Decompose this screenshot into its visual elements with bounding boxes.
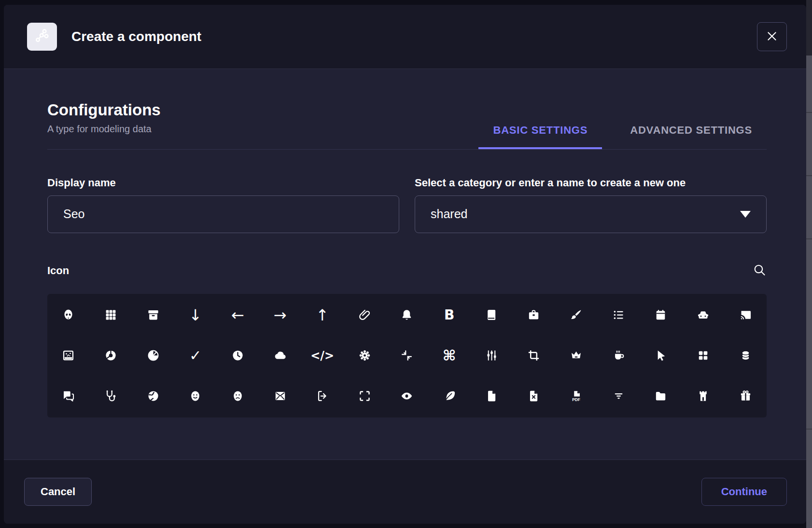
icon-option-emotion-unhappy[interactable] <box>217 376 259 417</box>
icon-option-discuss[interactable] <box>47 376 90 417</box>
icon-option-eye[interactable] <box>386 376 428 417</box>
modal-body: Configurations A type for modeling data … <box>4 69 806 459</box>
icon-option-folder[interactable] <box>640 376 682 417</box>
icon-option-expand[interactable] <box>344 376 386 417</box>
brush-icon <box>570 308 583 321</box>
icon-option-earth[interactable] <box>132 376 174 417</box>
icon-option-filters[interactable] <box>470 335 513 376</box>
icon-option-file-pdf[interactable]: PDF <box>555 376 598 417</box>
tab-advanced-settings[interactable]: ADVANCED SETTINGS <box>616 125 767 149</box>
category-value: shared <box>431 207 740 221</box>
database-icon <box>739 349 752 362</box>
icon-option-emotion-happy[interactable] <box>174 376 217 417</box>
icon-option-brush[interactable] <box>555 295 598 335</box>
chevron-down-icon <box>740 211 751 218</box>
tab-basic-settings[interactable]: BASIC SETTINGS <box>478 125 602 149</box>
icon-option-file-error[interactable] <box>513 376 555 417</box>
icon-option-crown[interactable] <box>555 335 598 376</box>
cup-icon <box>612 349 625 362</box>
icon-option-gate[interactable] <box>682 376 725 417</box>
icon-option-cast[interactable] <box>724 295 767 335</box>
heading-block: Configurations A type for modeling data <box>47 101 161 149</box>
bullet-list-icon <box>612 308 625 321</box>
icon-option-dashboard[interactable] <box>682 335 725 376</box>
icon-option-bell[interactable] <box>386 295 428 335</box>
icon-search-button[interactable] <box>753 263 767 278</box>
svg-text:PDF: PDF <box>572 398 580 403</box>
icon-option-check[interactable]: ✓ <box>174 335 217 376</box>
icon-option-clock[interactable] <box>217 335 259 376</box>
icon-option-arrow-left[interactable]: ← <box>217 295 259 335</box>
form-row: Display name Seo Select a category or en… <box>47 177 767 233</box>
icon-option-exit[interactable] <box>301 376 344 417</box>
icon-option-book[interactable] <box>470 295 513 335</box>
icon-option-cup[interactable] <box>597 335 640 376</box>
icon-picker-header: Icon <box>47 263 767 278</box>
close-icon <box>766 30 778 44</box>
icon-option-car[interactable] <box>682 295 725 335</box>
calendar-icon <box>654 308 667 321</box>
icon-option-chart-pie[interactable] <box>132 335 174 376</box>
collapse-icon <box>400 349 413 362</box>
gate-icon <box>697 389 710 403</box>
modal-footer: Cancel Continue <box>4 459 806 524</box>
icon-option-cog[interactable] <box>344 335 386 376</box>
icon-option-attachment[interactable] <box>344 295 386 335</box>
display-name-input[interactable]: Seo <box>47 195 399 233</box>
icon-option-crop[interactable] <box>513 335 555 376</box>
modal-title: Create a component <box>71 29 201 44</box>
category-group: Select a category or enter a name to cre… <box>415 177 767 233</box>
icon-option-doctor[interactable] <box>90 376 132 417</box>
attachment-icon <box>358 308 371 321</box>
icon-option-cursor[interactable] <box>640 335 682 376</box>
icon-option-bullet-list[interactable] <box>597 295 640 335</box>
emotion-unhappy-icon <box>231 389 244 403</box>
cast-icon <box>739 308 752 321</box>
divider <box>806 429 812 430</box>
icon-option-chart-circle[interactable] <box>90 335 132 376</box>
earth-icon <box>147 389 160 403</box>
icon-option-calendar[interactable] <box>640 295 682 335</box>
chart-circle-icon <box>104 349 117 362</box>
cloud-icon <box>274 349 287 362</box>
eye-icon <box>400 389 413 403</box>
book-icon <box>485 308 498 321</box>
folder-icon <box>654 389 667 403</box>
icon-option-database[interactable] <box>724 335 767 376</box>
code-icon: </> <box>310 350 334 361</box>
page-scrollbar-cap <box>806 0 812 56</box>
check-icon: ✓ <box>189 348 201 363</box>
icon-option-gift[interactable] <box>724 376 767 417</box>
icon-option-briefcase[interactable] <box>513 295 555 335</box>
page-scrollbar[interactable] <box>806 0 812 528</box>
arrow-left-icon: ← <box>231 307 244 323</box>
icon-option-chart-bubble[interactable] <box>47 335 90 376</box>
icon-option-feather[interactable] <box>428 376 471 417</box>
car-icon <box>697 308 710 321</box>
cancel-button[interactable]: Cancel <box>24 478 92 506</box>
continue-button[interactable]: Continue <box>701 478 787 506</box>
close-button[interactable] <box>757 22 787 51</box>
icon-option-envelope[interactable] <box>259 376 301 417</box>
icon-option-archive[interactable] <box>132 295 174 335</box>
icon-option-cloud[interactable] <box>259 335 301 376</box>
icon-option-arrow-right[interactable]: → <box>259 295 301 335</box>
discuss-icon <box>62 389 75 403</box>
icon-option-command[interactable]: ⌘ <box>428 335 471 376</box>
icon-option-bold[interactable]: B <box>428 295 471 335</box>
icon-option-apps[interactable] <box>90 295 132 335</box>
category-select[interactable]: shared <box>415 195 767 233</box>
icon-option-filter[interactable] <box>597 376 640 417</box>
icon-option-arrow-down[interactable]: ↓ <box>174 295 217 335</box>
icon-option-file[interactable] <box>470 376 513 417</box>
icon-option-code[interactable]: </> <box>301 335 344 376</box>
bold-icon: B <box>444 308 454 322</box>
icon-option-arrow-up[interactable]: ↑ <box>301 295 344 335</box>
crown-icon <box>570 349 583 362</box>
icon-option-alien[interactable] <box>47 295 90 335</box>
apps-icon <box>104 308 117 321</box>
icon-option-collapse[interactable] <box>386 335 428 376</box>
create-component-modal: Create a component Configurations A type… <box>4 5 806 524</box>
arrow-down-icon: ↓ <box>189 307 202 323</box>
arrow-up-icon: ↑ <box>316 307 329 323</box>
